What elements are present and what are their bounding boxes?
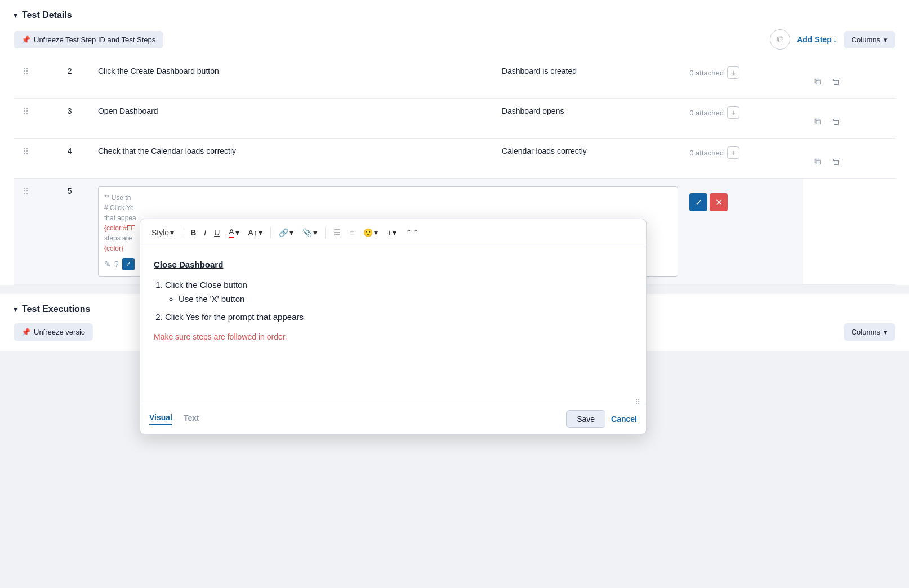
italic-button[interactable]: I [200, 226, 210, 239]
chevron-down-icon: ▾ [235, 228, 239, 237]
exec-columns-button[interactable]: Columns ▾ [844, 323, 895, 341]
link-button[interactable]: 🔗 ▾ [275, 226, 297, 239]
unfreeze-version-button[interactable]: 📌 Unfreeze versio [14, 323, 93, 341]
drag-handle[interactable]: ⠿ [19, 147, 33, 157]
table-row: ⠿ 3 Open Dashboard Dashboard opens 0 att… [14, 99, 895, 139]
chevron-down-icon: ▾ [313, 228, 317, 237]
pin-icon: 📌 [21, 328, 30, 336]
resize-handle[interactable]: ⠿ [635, 398, 640, 407]
row-actions: ⧉ 🗑 [809, 106, 890, 130]
arrow-down-icon: ↓ [833, 35, 837, 44]
pin-icon: 📌 [21, 35, 30, 44]
step-text: Click the Create Dashboard button [98, 66, 219, 75]
chevron-down-icon: ▾ [14, 11, 17, 20]
delete-row-button[interactable]: 🗑 [828, 113, 845, 130]
chevron-down-icon: ▾ [259, 228, 262, 237]
attached-count: 0 attached [689, 149, 724, 157]
attached-count: 0 attached [689, 109, 724, 117]
step-number: 5 [68, 186, 72, 195]
test-details-title: Test Details [22, 10, 72, 20]
page-container: ▾ Test Details 📌 Unfreeze Test Step ID a… [0, 0, 909, 588]
toolbar-divider [325, 227, 326, 238]
step-number: 2 [68, 66, 72, 75]
copy-row-button[interactable]: ⧉ [809, 73, 826, 90]
help-mini-button[interactable]: ? [114, 260, 119, 269]
paperclip-icon: 📎 [302, 228, 312, 237]
chevron-down-icon: ▾ [884, 328, 888, 336]
rich-text-editor: Style ▾ B I U A ▾ A↑ ▾ 🔗 ▾ [140, 219, 647, 434]
bullet-list-button[interactable]: ☰ [330, 226, 344, 239]
numbered-list-button[interactable]: ≡ [346, 226, 358, 239]
edit-mini-button[interactable]: ✎ [104, 260, 111, 269]
drag-handle[interactable]: ⠿ [19, 107, 33, 117]
drag-handle[interactable]: ⠿ [19, 67, 33, 77]
save-button[interactable]: Save [566, 410, 605, 428]
editor-title: Close Dashboard [154, 257, 632, 272]
step-text: Check that the Calendar loads correctly [98, 146, 236, 155]
numbered-list-icon: ≡ [350, 228, 354, 237]
copy-row-button[interactable]: ⧉ [809, 153, 826, 170]
add-attachment-button[interactable]: + [727, 66, 739, 79]
editor-tabs: Visual Text [149, 413, 199, 425]
chevron-down-icon: ▾ [170, 228, 174, 237]
tab-visual[interactable]: Visual [149, 413, 172, 425]
list-item: Click the Close button Use the 'X' butto… [165, 278, 632, 306]
tab-text[interactable]: Text [184, 413, 199, 425]
attached-col: 0 attached + [689, 106, 797, 119]
editor-warning: Make sure steps are followed in order. [154, 331, 632, 344]
step-expected: Dashboard opens [502, 106, 564, 115]
row-actions: ✓ ✕ [689, 186, 797, 211]
table-row: ⠿ 4 Check that the Calendar loads correc… [14, 139, 895, 179]
step-number: 4 [68, 146, 72, 155]
drag-handle[interactable]: ⠿ [19, 187, 33, 197]
attach-button[interactable]: 📎 ▾ [299, 226, 320, 239]
collapse-icon: ⌃⌃ [406, 228, 419, 237]
emoji-icon: 🙂 [363, 228, 373, 237]
copy-icon-button[interactable]: ⧉ [770, 29, 790, 50]
bold-button[interactable]: B [187, 226, 199, 239]
table-row: ⠿ 2 Click the Create Dashboard button Da… [14, 59, 895, 99]
add-attachment-button[interactable]: + [727, 106, 739, 119]
chevron-down-icon: ▾ [884, 35, 888, 44]
underline-button[interactable]: U [211, 226, 223, 239]
editor-footer: Visual Text Save Cancel [140, 404, 646, 434]
collapse-button[interactable]: ⌃⌃ [402, 226, 422, 239]
columns-button[interactable]: Columns ▾ [844, 31, 895, 48]
confirm-row-button[interactable]: ✓ [689, 193, 707, 211]
add-step-button[interactable]: Add Step ↓ [797, 35, 836, 44]
font-size-button[interactable]: A↑ ▾ [245, 226, 266, 239]
attached-col: 0 attached + [689, 66, 797, 79]
list-item: Use the 'X' button [179, 292, 632, 306]
editor-actions: Save Cancel [566, 410, 637, 428]
attached-count: 0 attached [689, 69, 724, 77]
cancel-row-button[interactable]: ✕ [710, 193, 728, 211]
emoji-button[interactable]: 🙂 ▾ [360, 226, 381, 239]
chevron-down-icon: ▾ [374, 228, 378, 237]
chevron-down-icon: ▾ [14, 305, 17, 314]
editor-body[interactable]: Close Dashboard Click the Close button U… [140, 246, 646, 404]
add-attachment-button[interactable]: + [727, 146, 739, 159]
toolbar-right: ⧉ Add Step ↓ Columns ▾ [770, 29, 895, 50]
font-color-button[interactable]: A ▾ [225, 225, 242, 240]
test-executions-title: Test Executions [22, 304, 91, 314]
section-header: ▾ Test Details [14, 10, 895, 20]
insert-button[interactable]: + ▾ [384, 226, 400, 239]
list-item-text: Click the Close button [165, 280, 247, 289]
copy-row-button[interactable]: ⧉ [809, 113, 826, 130]
link-icon: 🔗 [279, 228, 288, 237]
step-expected: Calendar loads correctly [502, 146, 587, 155]
toolbar-divider [270, 227, 271, 238]
delete-row-button[interactable]: 🗑 [828, 153, 845, 170]
editor-sublist: Use the 'X' button [179, 292, 632, 306]
cancel-button[interactable]: Cancel [611, 415, 637, 424]
confirm-mini-button[interactable]: ✓ [122, 258, 135, 270]
unfreeze-test-steps-button[interactable]: 📌 Unfreeze Test Step ID and Test Steps [14, 31, 163, 48]
style-dropdown-button[interactable]: Style ▾ [148, 226, 177, 239]
chevron-down-icon: ▾ [393, 228, 396, 237]
step-expected: Dashboard is created [502, 66, 577, 75]
row-actions: ⧉ 🗑 [809, 146, 890, 170]
step-text: Open Dashboard [98, 106, 158, 115]
sublist-item-text: Use the 'X' button [179, 294, 244, 304]
delete-row-button[interactable]: 🗑 [828, 73, 845, 90]
chevron-down-icon: ▾ [289, 228, 293, 237]
